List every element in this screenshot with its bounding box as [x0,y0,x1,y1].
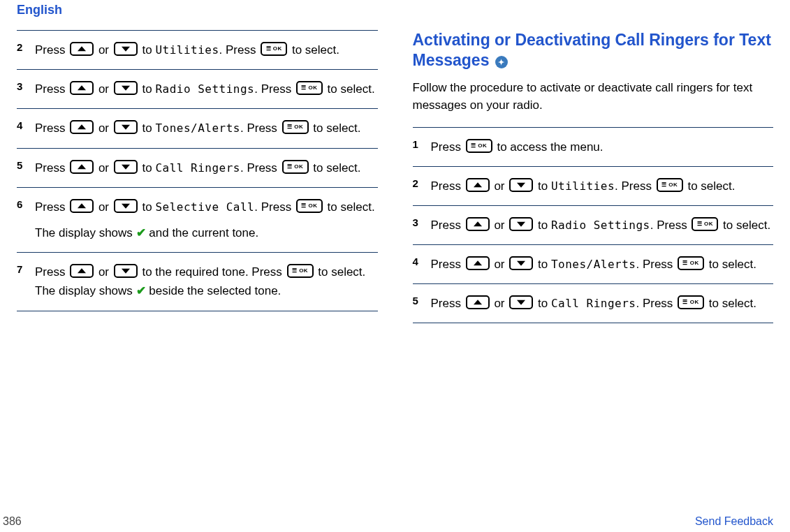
menu-item-label: Call Ringers [551,297,636,310]
step: 2Press or to Utilities. Press to select. [17,30,378,69]
up-button-icon [70,42,94,56]
ok-button-icon [466,139,492,153]
step: 4Press or to Tones/Alerts. Press to sele… [17,108,378,147]
menu-item-label: Utilities [551,179,615,193]
down-button-icon [114,120,138,134]
step-body: Press or to Utilities. Press to select. [35,40,378,59]
step: 5Press or to Call Ringers. Press to sele… [413,283,774,323]
section-title-text: Activating or Deactivating Call Ringers … [413,31,771,69]
step-body: Press or to Tones/Alerts. Press to selec… [35,119,378,138]
step-number: 3 [17,80,28,98]
up-button-icon [466,256,490,270]
down-button-icon [114,42,138,56]
page-header: English [17,3,773,17]
down-button-icon [509,256,533,270]
step: 3Press or to Radio Settings. Press to se… [413,205,774,244]
section-intro: Follow the procedure to activate or deac… [413,79,774,114]
down-button-icon [509,295,533,309]
ok-button-icon [296,81,323,95]
step-body: Press or to Tones/Alerts. Press to selec… [431,255,774,274]
ok-button-icon [657,178,683,192]
step-body: Press or to Call Ringers. Press to selec… [35,158,378,177]
step-body: Press or to Radio Settings. Press to sel… [35,80,378,98]
step: 3Press or to Radio Settings. Press to se… [17,69,378,108]
step-number: 5 [17,158,28,177]
step: 2Press or to Utilities. Press to select. [413,166,774,205]
ok-button-icon [678,295,704,309]
up-button-icon [466,295,490,309]
up-button-icon [70,81,94,95]
step-body: Press or to Call Ringers. Press to selec… [431,294,774,313]
down-button-icon [114,81,138,95]
step: 5Press or to Call Ringers. Press to sele… [17,148,378,187]
info-icon: ✦ [495,56,508,68]
step-number: 2 [17,40,28,59]
ok-button-icon [678,256,704,270]
step-number: 7 [17,263,28,300]
ok-button-icon [296,199,323,213]
step-body: Press or to Utilities. Press to select. [431,177,774,195]
up-button-icon [70,120,94,134]
step-number: 3 [413,216,424,235]
checkmark-icon: ✔ [136,226,146,239]
step-body: Press or to the required tone. Press to … [35,263,378,300]
section-title: Activating or Deactivating Call Ringers … [413,30,774,71]
down-button-icon [114,199,138,213]
send-feedback-link[interactable]: Send Feedback [695,515,773,528]
right-column: Activating or Deactivating Call Ringers … [413,30,774,323]
page-number: 386 [3,515,22,528]
menu-item-label: Tones/Alerts [155,121,240,135]
up-button-icon [466,178,490,192]
step-body: Press or to Radio Settings. Press to sel… [431,216,774,235]
step-number: 2 [413,177,424,195]
menu-item-label: Radio Settings [551,219,650,232]
up-button-icon [70,160,94,174]
up-button-icon [466,217,490,231]
menu-item-label: Tones/Alerts [551,258,636,271]
down-button-icon [114,264,138,278]
step-number: 5 [413,294,424,313]
menu-item-label: Call Ringers [155,161,240,175]
checkmark-icon: ✔ [136,284,146,297]
step-number: 4 [17,119,28,138]
up-button-icon [70,264,94,278]
down-button-icon [509,217,533,231]
down-button-icon [509,178,533,192]
ok-button-icon [287,264,314,278]
ok-button-icon [282,160,309,174]
ok-button-icon [261,42,287,56]
step: 6Press or to Selective Call. Press to se… [17,187,378,252]
ok-button-icon [692,217,718,231]
step-body: Press to access the menu. [431,138,774,156]
step-number: 1 [413,138,424,156]
menu-item-label: Selective Call [155,200,254,214]
step: 4Press or to Tones/Alerts. Press to sele… [413,244,774,283]
menu-item-label: Utilities [155,43,219,57]
down-button-icon [114,160,138,174]
ok-button-icon [282,120,309,134]
step: 7Press or to the required tone. Press to… [17,252,378,311]
menu-item-label: Radio Settings [155,82,254,96]
step-number: 4 [413,255,424,274]
step: 1Press to access the menu. [413,127,774,166]
left-column: 2Press or to Utilities. Press to select.… [17,30,378,323]
step-body: Press or to Selective Call. Press to sel… [35,198,378,242]
step-number: 6 [17,198,28,242]
up-button-icon [70,199,94,213]
